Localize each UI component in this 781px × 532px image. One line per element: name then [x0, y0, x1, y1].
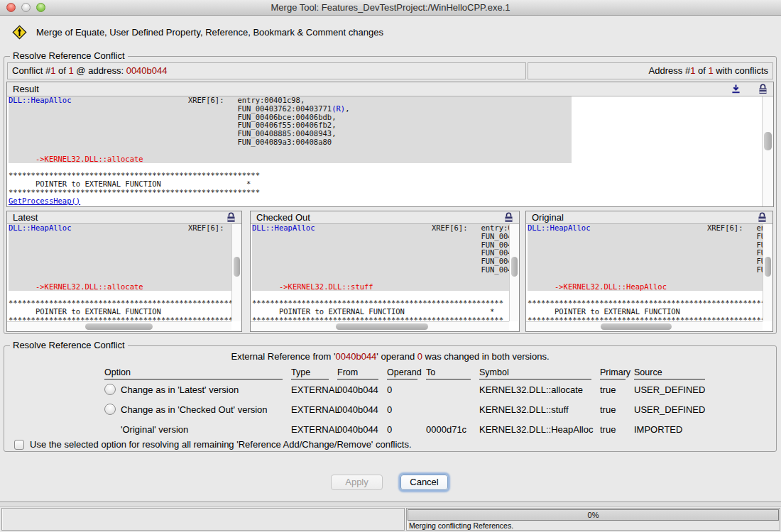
cell-source: IMPORTED: [634, 424, 705, 435]
text-segment: FUN_00408885:00408943,: [481, 257, 509, 265]
listing-line: ****************************************…: [252, 316, 509, 321]
checked-out-listing[interactable]: DLL::HeapAlloc XREF[6]: entry:00401c98, …: [251, 224, 509, 321]
conflict-option-table: OptionTypeFromOperandToSymbolPrimarySour…: [104, 365, 705, 439]
text-segment: ->KERNEL32.DLL::stuff: [279, 282, 373, 291]
column-header-primary: Primary: [600, 367, 626, 379]
latest-listing[interactable]: DLL::HeapAlloc XREF[6]: entry:00401c98, …: [7, 224, 231, 321]
column-header-type: Type: [291, 367, 329, 379]
text-segment: FUN_004089a3:00408a80: [756, 265, 763, 274]
text-segment: *: [490, 307, 494, 316]
text-segment: 1: [708, 65, 713, 76]
text-segment: Address #: [649, 65, 691, 76]
listing-line: FUN_004089a3:00408a80: [252, 266, 509, 275]
scrollbar-thumb[interactable]: [511, 257, 518, 277]
address-counter: Address #1 of 1 with conflicts: [528, 62, 773, 79]
original-horizontal-scrollbar[interactable]: [526, 321, 763, 331]
listing-line: GetProcessHeap(): [9, 197, 762, 206]
text-segment: DLL::HeapAlloc: [528, 224, 591, 232]
option-label: 'Original' version: [121, 424, 188, 435]
checked-out-vertical-scrollbar[interactable]: [509, 224, 519, 321]
original-panel-title: Original: [532, 212, 564, 223]
progress-bar: 0%: [408, 509, 779, 521]
text-segment: ****************************************…: [9, 316, 231, 321]
column-header-source: Source: [634, 367, 705, 379]
latest-panel-title: Latest: [13, 212, 38, 223]
radio-checked-out-version[interactable]: [104, 404, 116, 415]
cell-from: 0040b044: [337, 404, 378, 415]
lock-icon[interactable]: [758, 84, 768, 94]
option-row: 'Original' versionEXTERNAL0040b04400000d…: [104, 419, 705, 439]
use-for-all-row: Use the selected option for resolving al…: [14, 439, 412, 450]
text-segment: ****************************************…: [528, 299, 763, 307]
text-segment: entry:00401c98,: [237, 96, 305, 104]
scrollbar-thumb[interactable]: [601, 323, 672, 330]
original-vertical-scrollbar[interactable]: [763, 224, 772, 321]
text-segment: ,: [345, 104, 349, 113]
listing-line: ->KERNEL32.DLL::allocate: [9, 283, 231, 292]
latest-panel-header: Latest: [7, 211, 241, 224]
text-segment: POINTER to EXTERNAL FUNCTION: [36, 307, 161, 316]
text-segment: ->KERNEL32.DLL::HeapAlloc: [555, 282, 667, 291]
text-segment: FUN_00406bce:00406bdb,: [756, 240, 763, 249]
option-row: Change as in 'Checked Out' versionEXTERN…: [104, 399, 705, 419]
text-segment: of: [55, 65, 68, 76]
text-segment: FUN_00406bce:00406bdb,: [237, 113, 336, 121]
result-panel-header: Result: [7, 82, 773, 96]
listing-line: ****************************************…: [9, 316, 231, 321]
table-header-row: OptionTypeFromOperandToSymbolPrimarySour…: [104, 365, 705, 379]
text-segment: entry:00401c98,: [481, 224, 509, 232]
text-segment: FUN_00408885:00408943,: [237, 129, 336, 138]
text-segment: External Reference from ': [231, 351, 336, 362]
radio-latest-version[interactable]: [104, 384, 116, 395]
latest-horizontal-scrollbar[interactable]: [7, 321, 231, 331]
text-segment: @ address:: [74, 65, 126, 76]
listing-line: ->KERNEL32.DLL::stuff: [252, 283, 509, 292]
latest-vertical-scrollbar[interactable]: [231, 224, 241, 321]
text-segment: Conflict #: [12, 65, 50, 76]
text-segment: FUN_00406f55:00406fb2,: [756, 248, 763, 257]
status-left-panel: [1, 508, 405, 531]
lock-icon[interactable]: [226, 212, 236, 223]
option-cell: Change as in 'Latest' version: [104, 384, 283, 395]
text-segment: DLL::HeapAlloc: [9, 96, 72, 104]
download-icon[interactable]: [731, 84, 741, 94]
listing-line: FUN_00403762:00403771(R),: [252, 233, 509, 241]
text-segment: FUN_00408885:00408943,: [756, 257, 763, 265]
scrollbar-thumb[interactable]: [765, 257, 771, 277]
result-listing[interactable]: DLL::HeapAlloc XREF[6]: entry:00401c98, …: [7, 96, 762, 206]
lock-icon[interactable]: [504, 212, 513, 223]
cancel-button[interactable]: Cancel: [400, 475, 448, 490]
text-segment: of: [695, 65, 708, 76]
cell-source: USER_DEFINED: [634, 384, 705, 395]
text-segment: entry:00401c98,: [756, 224, 763, 232]
text-segment: POINTER to EXTERNAL FUNCTION: [555, 307, 680, 316]
checked-out-horizontal-scrollbar[interactable]: [251, 321, 509, 331]
text-segment: 0: [417, 351, 422, 362]
scrollbar-thumb[interactable]: [234, 257, 240, 277]
text-segment: GetProcessHeap(): [9, 196, 80, 205]
text-segment: with conflicts: [714, 65, 768, 76]
scrollbar-thumb[interactable]: [85, 323, 153, 330]
use-for-all-checkbox[interactable]: [14, 440, 24, 450]
status-right-panel: 0% Merging conflicting References.: [406, 508, 780, 531]
bottom-conflict-groupbox: Resolve Reference Conflict External Refe…: [4, 345, 777, 452]
listing-line: ****************************************…: [528, 316, 763, 321]
cell-operand: 0: [387, 404, 417, 415]
text-segment: FUN_00406f55:00406fb2,: [481, 248, 509, 257]
scrollbar-thumb[interactable]: [764, 132, 772, 150]
text-segment: was changed in both versions.: [422, 351, 550, 362]
merge-phase-banner: Merge of Equate, User Defined Property, …: [11, 23, 383, 40]
cell-symbol: KERNEL32.DLL::stuff: [479, 404, 591, 415]
result-vertical-scrollbar[interactable]: [762, 96, 773, 206]
title-bar[interactable]: Merge Tool: Features_DevTestProject:/Win…: [0, 0, 781, 16]
scrollbar-thumb[interactable]: [336, 323, 428, 330]
cell-from: 0040b044: [337, 384, 378, 395]
text-segment: XREF[6]:: [188, 96, 224, 104]
merge-sign-icon: [11, 24, 28, 40]
cell-primary: true: [600, 384, 626, 395]
original-listing[interactable]: DLL::HeapAlloc XREF[6]: entry:00401c98, …: [526, 224, 763, 321]
text-segment: ****************************************…: [528, 316, 763, 321]
apply-button[interactable]: Apply: [331, 475, 383, 490]
lock-icon[interactable]: [758, 212, 767, 223]
text-segment: (R): [332, 104, 345, 113]
